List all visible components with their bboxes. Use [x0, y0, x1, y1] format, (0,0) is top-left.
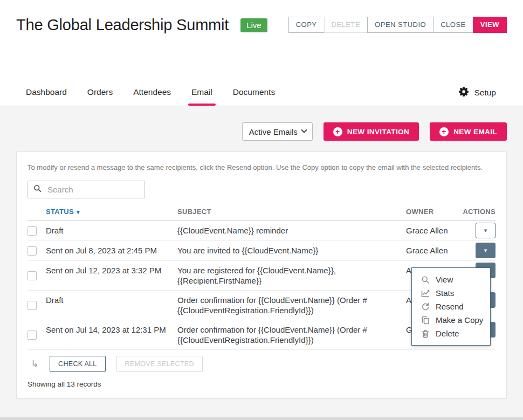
- remove-selected-button: REMOVE SELECTED: [116, 356, 203, 372]
- open-studio-button[interactable]: OPEN STUDIO: [367, 17, 433, 33]
- table-row: Draft {{CloudEvent.Name}} reminder Grace…: [27, 221, 496, 241]
- menu-item-label: View: [436, 275, 453, 284]
- menu-item-resend[interactable]: Resend: [412, 300, 490, 313]
- email-tab-content: Active Emails + NEW INVITATION + NEW EMA…: [0, 122, 523, 398]
- email-filter-select[interactable]: Active Emails: [242, 122, 313, 141]
- email-subject: You are invited to {{CloudEvent.Name}}: [177, 241, 406, 261]
- search-icon: [33, 184, 42, 195]
- table-header-row: STATUS▾ SUBJECT OWNER ACTIONS: [27, 203, 496, 221]
- tab-attendees[interactable]: Attendees: [133, 87, 171, 106]
- view-icon: [421, 276, 430, 284]
- live-status-badge: Live: [240, 18, 267, 32]
- column-header-subject: SUBJECT: [177, 203, 406, 221]
- page-header: The Global Leadership Summit Live COPY D…: [0, 0, 523, 106]
- chevron-down-icon: [301, 127, 307, 133]
- menu-item-label: Make a Copy: [436, 315, 483, 325]
- row-checkbox[interactable]: [27, 226, 37, 236]
- email-list-panel: To modify or resend a message to the sam…: [16, 152, 507, 398]
- email-status: Sent on Jul 14, 2023 at 12:31 PM: [46, 320, 177, 350]
- event-action-buttons: COPY DELETE OPEN STUDIO CLOSE VIEW: [289, 17, 507, 33]
- gear-icon: [458, 86, 469, 99]
- menu-item-view[interactable]: View: [412, 273, 490, 286]
- column-header-actions: ACTIONS: [462, 203, 496, 221]
- menu-item-stats[interactable]: Stats: [412, 286, 490, 300]
- new-invitation-label: NEW INVITATION: [347, 128, 409, 136]
- tab-bar: Dashboard Orders Attendees Email Documen…: [16, 86, 507, 106]
- menu-item-make-a-copy[interactable]: Make a Copy: [412, 313, 490, 327]
- search-box: [27, 181, 145, 198]
- menu-item-label: Delete: [436, 329, 459, 338]
- tab-email[interactable]: Email: [191, 87, 212, 106]
- page-title: The Global Leadership Summit: [16, 15, 229, 35]
- new-email-button[interactable]: + NEW EMAIL: [430, 122, 507, 141]
- email-status: Draft: [46, 291, 177, 320]
- view-button[interactable]: VIEW: [473, 17, 507, 33]
- trash-icon: [421, 329, 430, 338]
- row-actions-dropdown-button-open[interactable]: ▾: [476, 243, 496, 258]
- email-subject: Order confirmation for {{CloudEvent.Name…: [177, 320, 406, 350]
- tab-dashboard[interactable]: Dashboard: [26, 87, 67, 106]
- email-subject: {{CloudEvent.Name}} reminder: [177, 221, 406, 241]
- email-subject: You are registered for {{CloudEvent.Name…: [177, 261, 406, 291]
- email-status: Draft: [46, 221, 177, 241]
- new-invitation-button[interactable]: + NEW INVITATION: [324, 122, 419, 141]
- menu-item-delete[interactable]: Delete: [412, 327, 490, 340]
- tab-documents[interactable]: Documents: [233, 87, 275, 106]
- plus-circle-icon: +: [439, 127, 449, 136]
- copy-icon: [421, 316, 430, 325]
- sort-desc-icon: ▾: [77, 209, 80, 215]
- email-toolbar: Active Emails + NEW INVITATION + NEW EMA…: [16, 122, 507, 141]
- row-actions-dropdown-button[interactable]: ▾: [476, 223, 496, 238]
- setup-label: Setup: [474, 88, 496, 98]
- row-checkbox[interactable]: [27, 246, 37, 256]
- plus-circle-icon: +: [333, 127, 342, 136]
- new-email-label: NEW EMAIL: [453, 128, 497, 136]
- stats-icon: [421, 289, 430, 298]
- records-count: Showing all 13 records: [27, 380, 496, 388]
- row-checkbox[interactable]: [27, 301, 37, 310]
- resend-icon: [421, 302, 430, 311]
- email-filter-value: Active Emails: [249, 127, 298, 136]
- column-header-status[interactable]: STATUS▾: [46, 203, 177, 221]
- email-status: Sent on Jul 8, 2023 at 2:45 PM: [46, 241, 177, 261]
- email-owner: Grace Allen: [406, 241, 462, 261]
- window-bottom-edge: [0, 417, 523, 420]
- copy-button[interactable]: COPY: [288, 17, 325, 33]
- delete-button: DELETE: [324, 17, 368, 33]
- menu-item-label: Resend: [436, 302, 464, 311]
- row-actions-menu: View Stats Resend Make a Copy: [411, 267, 491, 346]
- email-subject: Order confirmation for {{CloudEvent.Name…: [177, 291, 406, 320]
- row-checkbox[interactable]: [27, 271, 37, 280]
- check-all-button[interactable]: CHECK ALL: [50, 356, 105, 372]
- email-owner: Grace Allen: [406, 221, 462, 241]
- caret-down-icon: ▾: [484, 247, 487, 253]
- list-footer: ↳ CHECK ALL REMOVE SELECTED: [27, 356, 496, 372]
- setup-button[interactable]: Setup: [458, 86, 496, 106]
- close-button[interactable]: CLOSE: [433, 17, 473, 33]
- return-arrow-icon: ↳: [31, 359, 39, 369]
- caret-down-icon: ▾: [484, 228, 487, 233]
- row-checkbox[interactable]: [27, 331, 37, 340]
- tab-orders[interactable]: Orders: [87, 87, 113, 106]
- menu-item-label: Stats: [436, 288, 454, 298]
- table-row: Sent on Jul 8, 2023 at 2:45 PM You are i…: [27, 241, 496, 261]
- search-input[interactable]: [46, 184, 139, 195]
- email-status: Sent on Jul 12, 2023 at 3:32 PM: [46, 261, 177, 291]
- column-header-owner: OWNER: [406, 203, 462, 221]
- panel-instructions: To modify or resend a message to the sam…: [27, 162, 483, 173]
